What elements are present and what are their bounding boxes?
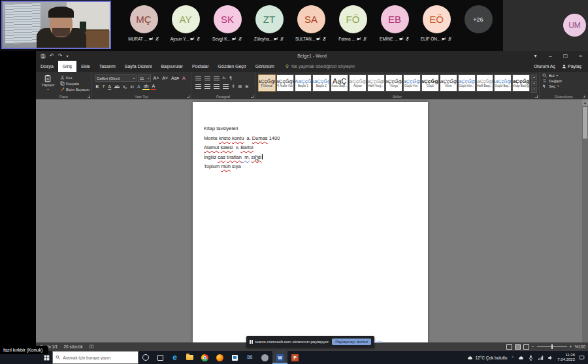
- zoom-level[interactable]: %100: [574, 344, 585, 349]
- style-card[interactable]: AaÇçĞBaşlık 1: [295, 74, 312, 91]
- taskbar-app-explorer[interactable]: [182, 351, 197, 364]
- participant-avatar[interactable]: AY: [172, 5, 200, 33]
- participant-tile[interactable]: EÖELİF ÖN...: [416, 0, 457, 51]
- tab-gözden-geçir[interactable]: Gözden Geçir: [214, 61, 251, 72]
- hide-toast-button[interactable]: Gizle: [374, 340, 383, 344]
- self-video-tile[interactable]: [1, 1, 111, 49]
- taskbar-app-firefox[interactable]: [212, 351, 227, 364]
- taskbar-app-chrome[interactable]: [197, 351, 212, 364]
- participant-avatar[interactable]: MÇ: [130, 5, 158, 33]
- taskbar-app-mail[interactable]: ✉: [242, 351, 257, 364]
- taskbar-app-powerpoint[interactable]: P: [287, 351, 302, 364]
- taskbar-app-word[interactable]: W: [272, 351, 287, 364]
- taskbar-app-eba[interactable]: [257, 351, 272, 364]
- underline-button[interactable]: A: [107, 83, 112, 90]
- find-button[interactable]: Bul▾: [542, 73, 586, 78]
- font-size-select[interactable]: 11▾: [138, 74, 151, 82]
- spellcheck-book-icon[interactable]: [89, 344, 94, 349]
- share-button[interactable]: Paylaş: [562, 64, 581, 69]
- style-card[interactable]: AaÇçĞğHıVurgu: [385, 74, 403, 91]
- style-card[interactable]: AaÇçĞğHHafif Başv...: [476, 74, 494, 91]
- style-card[interactable]: AaÇçĞğHAlıntı: [440, 74, 457, 91]
- cortana-button[interactable]: [139, 351, 153, 364]
- scrollbar-thumb[interactable]: [583, 107, 587, 139]
- web-layout-icon[interactable]: [523, 344, 529, 350]
- tab-ekle[interactable]: Ekle: [76, 61, 95, 72]
- tab-görünüm[interactable]: Görünüm: [251, 61, 279, 72]
- speaker-icon[interactable]: [547, 355, 553, 361]
- change-case-button[interactable]: Aa▾: [171, 74, 180, 82]
- numbering-icon[interactable]: [204, 76, 210, 80]
- taskbar-app-store[interactable]: [227, 351, 242, 364]
- document-line[interactable]: Toplum müh sıya: [204, 162, 415, 172]
- read-mode-icon[interactable]: [506, 344, 512, 350]
- style-card[interactable]: AaÇçĞğHKitap Başlığı: [512, 74, 530, 91]
- copy-button[interactable]: Kopyala: [60, 81, 90, 86]
- style-card[interactable]: AaÇKonu Başl...: [331, 74, 348, 91]
- participant-avatar[interactable]: EB: [381, 5, 409, 33]
- overflow-count-avatar[interactable]: +26: [465, 5, 493, 33]
- align-center-icon[interactable]: [204, 84, 210, 89]
- strikethrough-button[interactable]: ab: [114, 83, 121, 90]
- clear-formatting-button[interactable]: A: [182, 74, 187, 82]
- subscript-button[interactable]: x₂: [122, 83, 127, 90]
- participant-avatar[interactable]: SK: [214, 5, 242, 33]
- tab-tasarım[interactable]: Tasarım: [95, 61, 120, 72]
- document-line[interactable]: Alamut kalesi v, Bartol: [204, 143, 415, 153]
- participant-tile[interactable]: +26: [457, 0, 499, 51]
- style-card[interactable]: AaÇçĞğHGüçlü Alın...: [458, 74, 476, 91]
- participant-tile[interactable]: FÖFatma ...: [332, 0, 374, 51]
- dialog-launcher-icon[interactable]: [535, 95, 538, 98]
- style-card[interactable]: AaÇçĞğHı¶ Aralık Yok: [276, 74, 294, 91]
- styles-down-icon[interactable]: ▾: [531, 81, 537, 87]
- font-name-select[interactable]: Calibri (Gövd▾: [95, 74, 137, 82]
- replace-button[interactable]: Değiştir: [542, 78, 586, 83]
- zoom-slider-thumb[interactable]: [551, 344, 553, 349]
- participant-tile[interactable]: SKSevgi K...: [206, 0, 248, 51]
- participant-tile[interactable]: SASULTAN...: [290, 0, 332, 51]
- styles-more-icon[interactable]: ▿: [531, 87, 537, 93]
- line-spacing-icon[interactable]: ⇕: [231, 83, 236, 90]
- format-painter-button[interactable]: Biçim Boyacısı: [60, 87, 90, 91]
- taskbar-search[interactable]: [52, 351, 139, 364]
- stop-sharing-button[interactable]: Paylaşmayı durdur: [332, 339, 371, 345]
- paste-button[interactable]: Yapıştır ▾: [39, 74, 57, 93]
- tab-postalar[interactable]: Postalar: [188, 61, 214, 72]
- style-card[interactable]: AaÇçĞğHGüçlü Baş...: [494, 74, 512, 91]
- style-card[interactable]: AaÇçĞğHıHafif Vurg...: [367, 74, 385, 91]
- justify-icon[interactable]: [223, 84, 229, 89]
- dialog-launcher-icon[interactable]: [187, 95, 189, 98]
- print-layout-icon[interactable]: [515, 344, 521, 350]
- cut-button[interactable]: Kes: [60, 75, 90, 80]
- bullets-icon[interactable]: [195, 76, 201, 80]
- participant-avatar[interactable]: ZT: [255, 5, 284, 33]
- tab-sayfa-düzeni[interactable]: Sayfa Düzeni: [120, 61, 157, 72]
- weather-widget[interactable]: 12°C Çok bulutlu: [467, 355, 507, 361]
- style-card[interactable]: AaÇçĞğHı¶ Normal: [258, 74, 276, 91]
- tab-dosya[interactable]: Dosya: [36, 61, 58, 72]
- shrink-font-button[interactable]: A˅: [161, 74, 169, 82]
- document-line[interactable]: Kitap tavsiyeleri: [204, 124, 415, 134]
- zoom-out-icon[interactable]: −: [532, 344, 534, 349]
- borders-icon[interactable]: ⊞: [244, 83, 250, 90]
- participant-avatar[interactable]: FÖ: [339, 5, 367, 33]
- bold-button[interactable]: K: [95, 83, 100, 90]
- action-center-icon[interactable]: [579, 355, 585, 361]
- taskbar-clock[interactable]: 11:26 7.04.2022: [557, 353, 575, 362]
- network-icon[interactable]: [538, 355, 544, 361]
- highlight-color-button[interactable]: ab: [142, 83, 150, 90]
- participant-tile[interactable]: AYAysun Y...: [165, 0, 206, 51]
- shading-icon[interactable]: ▨: [237, 83, 243, 90]
- text-effects-button[interactable]: A: [137, 83, 142, 90]
- taskbar-app-edge[interactable]: e: [167, 351, 182, 364]
- tab-giriş[interactable]: Giriş: [58, 61, 76, 72]
- avatar[interactable]: UM: [563, 14, 586, 37]
- dialog-launcher-icon[interactable]: [88, 95, 90, 98]
- multilevel-list-icon[interactable]: [214, 76, 220, 80]
- participant-avatar[interactable]: EÖ: [423, 5, 451, 33]
- grow-font-button[interactable]: A˄: [152, 74, 160, 82]
- search-input[interactable]: [63, 356, 135, 360]
- document-page[interactable]: Kitap tavsiyeleriMonte kristo kontu a, D…: [193, 102, 428, 342]
- italic-button[interactable]: T: [101, 83, 106, 90]
- microphone-icon[interactable]: [528, 355, 534, 361]
